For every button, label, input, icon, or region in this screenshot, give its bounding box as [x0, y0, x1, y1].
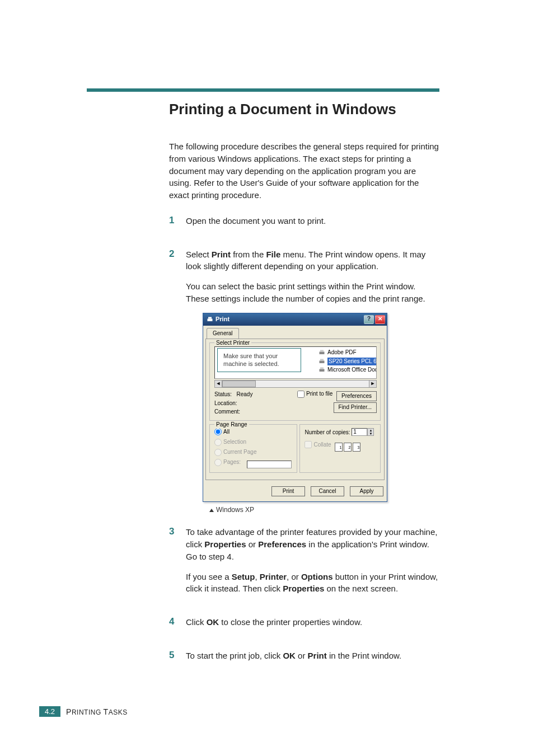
svg-rect-6 — [320, 369, 325, 372]
caption-text: Windows XP — [216, 506, 254, 514]
radio-current-page: Current Page — [214, 448, 256, 457]
step-4: 4 Click OK to close the printer properti… — [169, 616, 440, 636]
step-1-text: Open the document you want to print. — [186, 215, 440, 227]
status-label: Status: — [214, 391, 232, 397]
pages-input[interactable] — [247, 461, 292, 468]
step-number: 4 — [169, 616, 186, 636]
dialog-title: Print — [216, 315, 229, 324]
svg-rect-7 — [320, 368, 324, 369]
print-dialog: Print ? ✕ General Select Printer — [203, 313, 387, 503]
scroll-left-icon[interactable]: ◄ — [214, 380, 222, 388]
svg-rect-4 — [320, 360, 325, 363]
text: on the next screen. — [324, 584, 398, 593]
status-value: Ready — [236, 391, 252, 397]
printer-list[interactable]: Make sure that your machine is selected.… — [214, 346, 377, 379]
bold-setup: Setup — [232, 572, 255, 581]
scroll-thumb[interactable] — [222, 381, 256, 387]
text: to close the printer properties window. — [219, 617, 362, 627]
printer-icon — [318, 349, 325, 356]
bold-ok: OK — [283, 651, 296, 660]
bold-print: Print — [308, 651, 327, 660]
bold-preferences: Preferences — [258, 539, 306, 549]
radio — [214, 449, 222, 456]
radio-selection: Selection — [214, 438, 246, 447]
step-number: 2 — [169, 248, 186, 520]
find-printer-button[interactable]: Find Printer... — [334, 402, 377, 413]
text: T — [104, 707, 109, 716]
svg-rect-1 — [208, 317, 212, 318]
radio-all[interactable]: All — [214, 428, 229, 436]
print-to-file-checkbox[interactable]: Print to file — [297, 390, 332, 398]
text: To start the print job, click — [186, 651, 283, 660]
page-footer: 4.2 PRINTING TASKS — [39, 706, 128, 717]
dialog-titlebar: Print ? ✕ — [203, 313, 387, 326]
copies-spinner[interactable]: ▲▼ — [367, 428, 374, 436]
step-number: 3 — [169, 526, 186, 603]
step-3-p1: To take advantage of the printer feature… — [186, 526, 440, 562]
printer-name: Adobe PDF — [327, 349, 357, 357]
checkbox-label: Print to file — [306, 390, 332, 398]
help-icon[interactable]: ? — [364, 315, 374, 324]
footer-section-title: PRINTING TASKS — [66, 707, 128, 716]
radio-pages: Pages: — [214, 458, 241, 467]
step-2-p1: Select Print from the File menu. The Pri… — [186, 248, 440, 273]
location-label: Location: — [214, 400, 297, 408]
radio-label: Pages: — [223, 458, 241, 467]
group-label: Page Range — [214, 421, 249, 429]
page-range-group: Page Range All Selection Current Page Pa… — [209, 424, 297, 473]
svg-rect-0 — [208, 318, 213, 321]
figure-caption: Windows XP — [209, 505, 440, 515]
bold-options: Options — [301, 572, 333, 581]
intro-paragraph: The following procedure describes the ge… — [169, 140, 440, 201]
radio-label: Selection — [223, 438, 246, 447]
copies-input[interactable] — [352, 428, 367, 436]
checkbox[interactable] — [297, 391, 305, 398]
spin-down-icon[interactable]: ▼ — [368, 432, 373, 435]
radio[interactable] — [214, 428, 222, 435]
step-2-p2: You can select the basic print settings … — [186, 280, 440, 305]
close-icon[interactable]: ✕ — [375, 315, 385, 324]
tab-general[interactable]: General — [207, 328, 239, 339]
step-3: 3 To take advantage of the printer featu… — [169, 526, 440, 603]
printer-item[interactable]: Microsoft Office Document Imag — [318, 366, 377, 374]
bold-properties: Properties — [283, 584, 324, 593]
scroll-right-icon[interactable]: ► — [369, 380, 377, 388]
printer-item[interactable]: Adobe PDF — [318, 349, 377, 357]
text: from the — [231, 250, 266, 259]
preferences-button[interactable]: Preferences — [336, 391, 377, 402]
page-title: Printing a Document in Windows — [169, 101, 440, 118]
triangle-icon — [209, 509, 214, 512]
horizontal-scrollbar[interactable]: ◄ ► — [214, 380, 377, 388]
apply-button[interactable]: Apply — [350, 486, 383, 497]
bold-print: Print — [212, 250, 231, 259]
checkbox — [305, 441, 312, 448]
text: or — [296, 651, 308, 660]
text: Select — [186, 250, 212, 259]
text: P — [66, 707, 72, 716]
svg-rect-2 — [320, 352, 325, 355]
bold-ok: OK — [207, 617, 219, 627]
text: , or — [287, 572, 301, 581]
radio-label: Current Page — [223, 448, 256, 457]
comment-label: Comment: — [214, 408, 297, 416]
text: or — [246, 539, 259, 549]
cancel-button[interactable]: Cancel — [311, 486, 344, 497]
printer-item-selected[interactable]: SP20 Series PCL 6 — [318, 358, 377, 366]
radio — [214, 439, 222, 446]
step-number: 5 — [169, 650, 186, 670]
copies-label: Number of copies: — [305, 429, 350, 435]
printer-icon — [318, 367, 325, 373]
step-4-text: Click OK to close the printer properties… — [186, 616, 440, 628]
radio-label: All — [223, 428, 229, 436]
step-3-p2: If you see a Setup, Printer, or Options … — [186, 571, 440, 595]
top-rule — [87, 88, 439, 92]
text: If you see a — [186, 572, 232, 581]
bold-printer: Printer — [260, 572, 287, 581]
print-button[interactable]: Print — [271, 486, 305, 497]
svg-rect-3 — [320, 350, 324, 352]
printer-icon — [318, 358, 325, 365]
radio — [214, 459, 222, 466]
page-number-badge: 4.2 — [39, 706, 60, 717]
step-5: 5 To start the print job, click OK or Pr… — [169, 650, 440, 670]
bold-properties: Properties — [204, 539, 246, 549]
